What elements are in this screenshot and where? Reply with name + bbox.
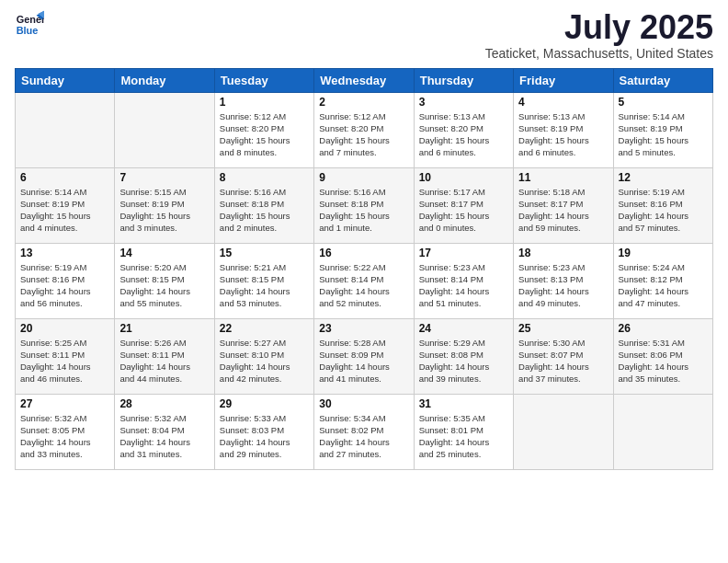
table-row [613,394,712,469]
day-info: Sunrise: 5:15 AM Sunset: 8:19 PM Dayligh… [119,186,209,235]
table-row: 6Sunrise: 5:14 AM Sunset: 8:19 PM Daylig… [16,167,115,243]
table-row: 1Sunrise: 5:12 AM Sunset: 8:20 PM Daylig… [214,92,313,167]
day-number: 14 [119,247,209,259]
table-row: 28Sunrise: 5:32 AM Sunset: 8:04 PM Dayli… [115,394,214,469]
day-number: 24 [419,322,508,335]
table-row: 8Sunrise: 5:16 AM Sunset: 8:18 PM Daylig… [214,167,313,243]
col-saturday: Saturday [613,68,712,92]
day-info: Sunrise: 5:17 AM Sunset: 8:17 PM Dayligh… [419,186,508,235]
day-number: 13 [20,247,109,259]
table-row: 31Sunrise: 5:35 AM Sunset: 8:01 PM Dayli… [414,394,513,469]
day-info: Sunrise: 5:30 AM Sunset: 8:07 PM Dayligh… [518,337,608,385]
day-info: Sunrise: 5:34 AM Sunset: 8:02 PM Dayligh… [319,412,408,461]
day-number: 27 [20,397,109,410]
day-number: 6 [20,171,109,184]
table-row: 11Sunrise: 5:18 AM Sunset: 8:17 PM Dayli… [514,167,613,243]
day-number: 7 [119,171,209,184]
day-info: Sunrise: 5:18 AM Sunset: 8:17 PM Dayligh… [518,186,608,235]
day-info: Sunrise: 5:19 AM Sunset: 8:16 PM Dayligh… [619,186,708,235]
table-row [115,92,214,167]
day-info: Sunrise: 5:12 AM Sunset: 8:20 PM Dayligh… [319,110,408,159]
day-number: 21 [119,322,209,335]
table-row: 9Sunrise: 5:16 AM Sunset: 8:18 PM Daylig… [314,167,414,243]
day-info: Sunrise: 5:13 AM Sunset: 8:20 PM Dayligh… [419,110,508,159]
day-info: Sunrise: 5:20 AM Sunset: 8:15 PM Dayligh… [119,261,209,310]
day-info: Sunrise: 5:32 AM Sunset: 8:05 PM Dayligh… [20,412,109,461]
col-monday: Monday [115,68,214,92]
table-row: 14Sunrise: 5:20 AM Sunset: 8:15 PM Dayli… [115,243,214,318]
day-number: 20 [20,322,109,335]
calendar-week-row: 13Sunrise: 5:19 AM Sunset: 8:16 PM Dayli… [16,243,713,318]
col-tuesday: Tuesday [214,68,313,92]
header-row: Sunday Monday Tuesday Wednesday Thursday… [16,68,713,92]
day-number: 16 [319,247,408,259]
title-block: July 2025 Teaticket, Massachusetts, Unit… [485,9,713,61]
calendar-week-row: 27Sunrise: 5:32 AM Sunset: 8:05 PM Dayli… [16,394,713,469]
col-thursday: Thursday [414,68,513,92]
table-row: 4Sunrise: 5:13 AM Sunset: 8:19 PM Daylig… [514,92,613,167]
day-info: Sunrise: 5:28 AM Sunset: 8:09 PM Dayligh… [319,337,408,385]
day-number: 3 [419,96,508,109]
day-info: Sunrise: 5:14 AM Sunset: 8:19 PM Dayligh… [619,110,708,159]
svg-text:Blue: Blue [17,25,39,36]
table-row: 20Sunrise: 5:25 AM Sunset: 8:11 PM Dayli… [16,318,115,394]
day-number: 29 [220,397,309,410]
day-info: Sunrise: 5:23 AM Sunset: 8:14 PM Dayligh… [419,261,508,310]
day-number: 5 [619,96,708,109]
day-info: Sunrise: 5:21 AM Sunset: 8:15 PM Dayligh… [220,261,309,310]
col-sunday: Sunday [16,68,115,92]
calendar-week-row: 20Sunrise: 5:25 AM Sunset: 8:11 PM Dayli… [16,318,713,394]
day-number: 12 [619,171,708,184]
day-info: Sunrise: 5:27 AM Sunset: 8:10 PM Dayligh… [220,337,309,385]
col-friday: Friday [514,68,613,92]
day-number: 28 [119,397,209,410]
table-row [514,394,613,469]
location: Teaticket, Massachusetts, United States [485,46,713,61]
day-number: 19 [619,247,708,259]
col-wednesday: Wednesday [314,68,414,92]
table-row: 24Sunrise: 5:29 AM Sunset: 8:08 PM Dayli… [414,318,513,394]
day-number: 1 [220,96,309,109]
day-info: Sunrise: 5:25 AM Sunset: 8:11 PM Dayligh… [20,337,109,385]
logo-icon: General Blue [15,9,44,39]
day-number: 25 [518,322,608,335]
day-info: Sunrise: 5:13 AM Sunset: 8:19 PM Dayligh… [518,110,608,159]
day-info: Sunrise: 5:19 AM Sunset: 8:16 PM Dayligh… [20,261,109,310]
day-number: 2 [319,96,408,109]
day-info: Sunrise: 5:14 AM Sunset: 8:19 PM Dayligh… [20,186,109,235]
table-row [16,92,115,167]
month-title: July 2025 [485,9,713,46]
table-row: 29Sunrise: 5:33 AM Sunset: 8:03 PM Dayli… [214,394,313,469]
day-number: 10 [419,171,508,184]
table-row: 17Sunrise: 5:23 AM Sunset: 8:14 PM Dayli… [414,243,513,318]
table-row: 3Sunrise: 5:13 AM Sunset: 8:20 PM Daylig… [414,92,513,167]
day-info: Sunrise: 5:16 AM Sunset: 8:18 PM Dayligh… [220,186,309,235]
table-row: 26Sunrise: 5:31 AM Sunset: 8:06 PM Dayli… [613,318,712,394]
day-info: Sunrise: 5:23 AM Sunset: 8:13 PM Dayligh… [518,261,608,310]
table-row: 16Sunrise: 5:22 AM Sunset: 8:14 PM Dayli… [314,243,414,318]
day-info: Sunrise: 5:22 AM Sunset: 8:14 PM Dayligh… [319,261,408,310]
day-info: Sunrise: 5:31 AM Sunset: 8:06 PM Dayligh… [619,337,708,385]
day-info: Sunrise: 5:16 AM Sunset: 8:18 PM Dayligh… [319,186,408,235]
table-row: 27Sunrise: 5:32 AM Sunset: 8:05 PM Dayli… [16,394,115,469]
calendar-week-row: 1Sunrise: 5:12 AM Sunset: 8:20 PM Daylig… [16,92,713,167]
table-row: 13Sunrise: 5:19 AM Sunset: 8:16 PM Dayli… [16,243,115,318]
day-number: 22 [220,322,309,335]
table-row: 21Sunrise: 5:26 AM Sunset: 8:11 PM Dayli… [115,318,214,394]
table-row: 19Sunrise: 5:24 AM Sunset: 8:12 PM Dayli… [613,243,712,318]
day-number: 15 [220,247,309,259]
day-number: 4 [518,96,608,109]
table-row: 12Sunrise: 5:19 AM Sunset: 8:16 PM Dayli… [613,167,712,243]
day-info: Sunrise: 5:12 AM Sunset: 8:20 PM Dayligh… [220,110,309,159]
day-number: 9 [319,171,408,184]
day-number: 23 [319,322,408,335]
day-number: 11 [518,171,608,184]
table-row: 2Sunrise: 5:12 AM Sunset: 8:20 PM Daylig… [314,92,414,167]
day-number: 17 [419,247,508,259]
table-row: 30Sunrise: 5:34 AM Sunset: 8:02 PM Dayli… [314,394,414,469]
day-info: Sunrise: 5:26 AM Sunset: 8:11 PM Dayligh… [119,337,209,385]
table-row: 25Sunrise: 5:30 AM Sunset: 8:07 PM Dayli… [514,318,613,394]
table-row: 15Sunrise: 5:21 AM Sunset: 8:15 PM Dayli… [214,243,313,318]
day-info: Sunrise: 5:32 AM Sunset: 8:04 PM Dayligh… [119,412,209,461]
day-number: 31 [419,397,508,410]
